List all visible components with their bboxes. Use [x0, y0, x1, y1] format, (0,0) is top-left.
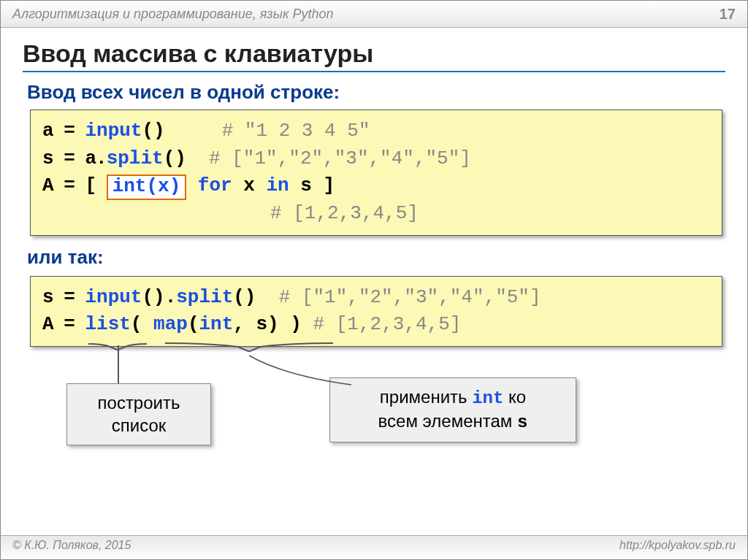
footer-copyright: © К.Ю. Поляков, 2015	[12, 539, 131, 556]
code-block-1: a = input() # "1 2 3 4 5" s = a.split() …	[30, 110, 722, 236]
callout2-text-a: применить	[380, 387, 472, 407]
int-highlight-box: int(x)	[107, 174, 187, 200]
code1-line2: s = a.split() # ["1","2","3","4","5"]	[42, 145, 710, 173]
header-page-number: 17	[720, 6, 736, 23]
callout2-connector	[242, 354, 359, 391]
code1-line1: a = input() # "1 2 3 4 5"	[42, 118, 710, 145]
code-block-2: s = input().split() # ["1","2","3","4","…	[30, 276, 722, 347]
slide-content: Ввод массива с клавиатуры Ввод всех чисе…	[1, 28, 747, 471]
header-title: Алгоритмизация и программирование, язык …	[12, 7, 333, 22]
callout2-int: int	[472, 388, 503, 408]
code1-line4: # [1,2,3,4,5]	[42, 200, 710, 228]
code2-line1: s = input().split() # ["1","2","3","4","…	[42, 284, 710, 312]
slide-footer: © К.Ю. Поляков, 2015 http://kpolyakov.sp…	[1, 535, 747, 559]
main-title: Ввод массива с клавиатуры	[23, 39, 725, 68]
callout-apply-int: применить int ко всем элементам s	[329, 377, 576, 442]
code2-line2: A = list( map(int, s) ) # [1,2,3,4,5]	[42, 311, 710, 339]
annotations-area: построить список применить int ко всем э…	[23, 347, 725, 471]
callout1-text: построить список	[98, 393, 180, 435]
code1-line3: A = [ int(x) for x in s ]	[42, 172, 710, 200]
slide-header: Алгоритмизация и программирование, язык …	[1, 1, 747, 28]
callout-build-list: построить список	[66, 383, 211, 445]
title-underline	[23, 71, 725, 72]
subtitle: Ввод всех чисел в одной строке:	[27, 81, 725, 104]
callout2-s: s	[517, 413, 527, 432]
or-label: или так:	[27, 246, 725, 269]
callout1-brace	[88, 341, 147, 353]
footer-url: http://kpolyakov.spb.ru	[619, 539, 736, 556]
